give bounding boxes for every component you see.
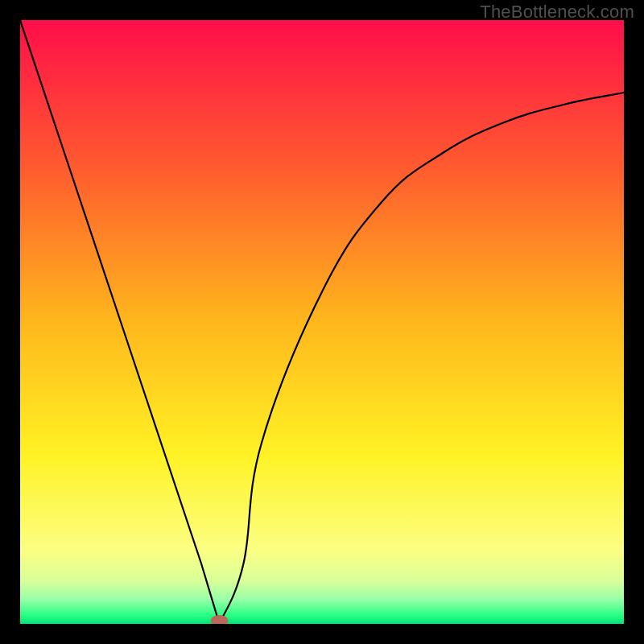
gradient-background bbox=[20, 20, 624, 624]
watermark-text: TheBottleneck.com bbox=[480, 2, 634, 23]
bottleneck-curve-chart bbox=[20, 20, 624, 624]
chart-frame: TheBottleneck.com bbox=[0, 0, 644, 644]
plot-area bbox=[20, 20, 624, 624]
